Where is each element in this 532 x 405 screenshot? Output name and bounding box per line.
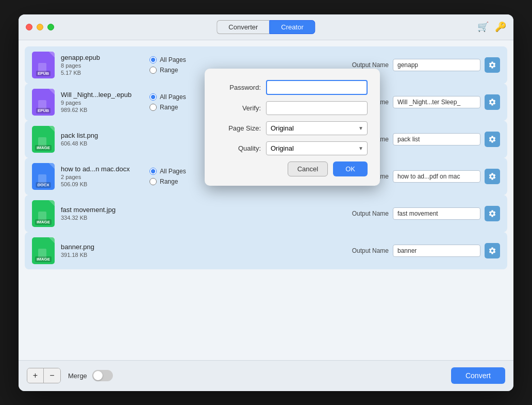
verify-label: Verify: [217, 104, 261, 112]
close-button[interactable] [26, 24, 32, 30]
modal-buttons: Cancel OK [217, 161, 368, 176]
merge-section: Merge [68, 370, 113, 381]
footer: + − Merge Convert [19, 360, 513, 391]
cart-icon[interactable]: 🛒 [477, 21, 489, 33]
password-input[interactable] [266, 80, 368, 95]
quality-row: Quality: Original High Medium Low ▼ [217, 141, 368, 155]
titlebar-actions: 🛒 🔑 [477, 21, 506, 33]
tab-switcher: Converter Creator [217, 20, 315, 34]
modal-overlay: Password: Verify: Page Size: Original A4… [19, 40, 513, 360]
minimize-button[interactable] [37, 24, 43, 30]
quality-select[interactable]: Original High Medium Low [266, 141, 368, 155]
page-size-row: Page Size: Original A4 Letter Legal ▼ [217, 121, 368, 135]
creator-tab[interactable]: Creator [269, 20, 315, 34]
ok-button[interactable]: OK [333, 161, 368, 176]
quality-select-wrapper: Original High Medium Low ▼ [266, 141, 368, 155]
key-icon[interactable]: 🔑 [495, 21, 506, 33]
traffic-lights [26, 24, 54, 30]
remove-file-button[interactable]: − [44, 368, 60, 383]
page-size-select[interactable]: Original A4 Letter Legal [266, 121, 368, 135]
verify-input[interactable] [266, 101, 368, 115]
pdf-settings-modal: Password: Verify: Page Size: Original A4… [205, 69, 380, 186]
convert-button[interactable]: Convert [451, 367, 505, 384]
merge-toggle[interactable] [92, 370, 113, 381]
password-label: Password: [217, 84, 261, 91]
page-size-label: Page Size: [217, 124, 261, 132]
file-list-area: EPUB genapp.epub 8 pages 5.17 KB All Pag… [19, 40, 513, 360]
toggle-knob [93, 371, 103, 380]
merge-label: Merge [68, 372, 87, 380]
add-file-button[interactable]: + [27, 368, 44, 383]
add-remove-controls: + − [27, 368, 61, 383]
verify-row: Verify: [217, 101, 368, 115]
quality-label: Quality: [217, 144, 261, 152]
app-window: Converter Creator 🛒 🔑 EPUB genapp.epub 8… [19, 14, 513, 391]
maximize-button[interactable] [47, 24, 54, 30]
titlebar: Converter Creator 🛒 🔑 [19, 14, 513, 40]
page-size-select-wrapper: Original A4 Letter Legal ▼ [266, 121, 368, 135]
password-row: Password: [217, 80, 368, 95]
converter-tab[interactable]: Converter [217, 20, 269, 34]
cancel-button[interactable]: Cancel [288, 161, 328, 176]
